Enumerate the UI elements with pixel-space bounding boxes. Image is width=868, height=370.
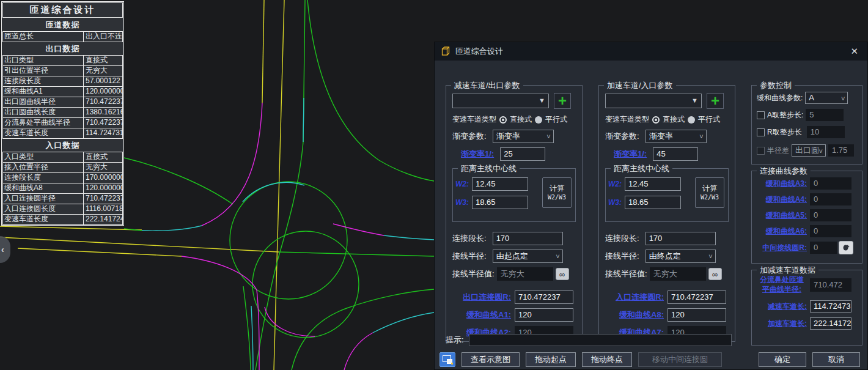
infinity-button[interactable]: ∞ (708, 268, 722, 280)
radio-direct-label[interactable]: 直接式 (510, 114, 532, 125)
cancel-button[interactable]: 取消 (812, 352, 860, 367)
table-row: 变速车道长度114.724731 (3, 128, 122, 138)
pick-on-screen-button[interactable] (839, 241, 853, 254)
a-step-input: 5 (806, 109, 844, 121)
gradient-param-select[interactable]: 渐变率 ˅ (645, 130, 707, 143)
chevron-down-icon: ˅ (708, 250, 712, 262)
section-header-exit: 出口数据 (2, 42, 123, 55)
gradient-rate-input[interactable]: 25 (500, 147, 545, 161)
radio-parallel[interactable] (535, 116, 542, 124)
w3-input[interactable]: 18.65 (472, 196, 528, 209)
w3-input[interactable]: 18.65 (625, 196, 681, 209)
drag-start-button[interactable]: 拖动起点 (526, 352, 576, 367)
calc-w2w3-button[interactable]: 计算 W2/W3 (542, 177, 572, 208)
ramp-section-box: 匝道总长 出入口不连续 (2, 31, 123, 42)
radio-parallel[interactable] (688, 116, 695, 124)
drag-end-button[interactable]: 拖动终点 (582, 352, 632, 367)
entrance-circle-link[interactable]: 入口连接圆R: (605, 292, 664, 303)
gradient-rate-input[interactable]: 45 (653, 147, 698, 161)
decel-length-link[interactable]: 减速车道长: (757, 302, 807, 312)
infinity-button[interactable]: ∞ (556, 268, 569, 280)
radius-value-input: 无穷大 (497, 267, 553, 281)
radius-diff-checkbox[interactable] (757, 147, 765, 155)
lane-type-label: 变速车道类型 (605, 114, 649, 125)
app-cube-icon (441, 46, 451, 56)
spiral-a3-link[interactable]: 缓和曲线A3: (757, 179, 807, 189)
ramp-data-table: 匝道综合设计 匝道数据 匝道总长 出入口不连续 出口数据 出口类型直接式 引出位… (1, 1, 124, 226)
spiral-a5-input: 0 (810, 209, 851, 221)
spiral-a5-link[interactable]: 缓和曲线A5: (757, 210, 807, 221)
close-icon[interactable]: ✕ (847, 46, 861, 57)
w2-input[interactable]: 12.45 (472, 177, 528, 191)
radio-direct[interactable] (499, 116, 507, 124)
table-row: 引出位置半径无穷大 (3, 66, 122, 76)
spiral-param-select[interactable]: A ˅ (805, 92, 848, 104)
radius-mode-select[interactable]: 由终点定 ˅ (645, 250, 716, 263)
spiral-a1-link[interactable]: 缓和曲线A1: (452, 309, 511, 320)
gradient-rate-link[interactable]: 渐变率1/: (461, 149, 494, 160)
ok-button[interactable]: 确定 (759, 352, 806, 367)
spiral-a8-link[interactable]: 缓和曲线A8: (605, 309, 664, 320)
spiral-a6-link[interactable]: 缓和曲线A6: (757, 226, 807, 237)
spiral-a1-input[interactable]: 120 (515, 308, 573, 322)
connect-len-input[interactable]: 170 (645, 232, 716, 245)
lane-data-title: 加减速车道数据 (757, 265, 818, 276)
radius-mode-label: 接线半径: (605, 251, 639, 262)
plus-icon: + (711, 94, 719, 108)
radius-diff-label: 半径差 (767, 146, 789, 156)
radio-parallel-label[interactable]: 平行式 (698, 114, 720, 125)
radius-value-label: 接线半径值: (605, 268, 647, 279)
w3-label: W3: (608, 198, 622, 207)
spiral-a4-link[interactable]: 缓和曲线A4: (757, 194, 807, 205)
spiral-a8-input[interactable]: 120 (668, 308, 726, 322)
hint-row: 提示: (446, 334, 732, 346)
w2-input[interactable]: 12.45 (625, 177, 681, 191)
table-row: 连接段长度170.000000 (3, 173, 122, 183)
radio-direct[interactable] (652, 116, 660, 124)
dropdown-arrow-icon: ▼ (691, 97, 698, 104)
decel-length-input[interactable]: 114.724731 (810, 300, 851, 313)
dialog-titlebar[interactable]: 匝道综合设计 ✕ (435, 42, 867, 61)
accel-entrance-panel: 加速车道/入口参数 ▼ + 变速车道类型 直接式 平行式 (598, 85, 735, 342)
exit-circle-input[interactable]: 710.472237 (515, 290, 573, 304)
spiral-a4-input: 0 (810, 193, 851, 205)
gradient-rate-link[interactable]: 渐变率1/: (614, 149, 647, 160)
accel-length-link[interactable]: 加速车道长: (757, 319, 807, 329)
a-step-label: A取整步长: (767, 110, 803, 120)
radio-direct-label[interactable]: 直接式 (663, 114, 685, 125)
connect-len-input[interactable]: 170 (493, 232, 563, 245)
table-row: 出口圆曲线半径710.472237 (3, 97, 122, 108)
distance-group: 距离主线中心线 W2: 12.45 W3: 18.65 (452, 168, 576, 222)
pick-on-screen-icon (842, 244, 850, 251)
radius-diff-select[interactable]: 出口圆 ˅ (792, 144, 826, 157)
calc-w2w3-button[interactable]: 计算 W2/W3 (695, 177, 724, 208)
hint-input (469, 334, 732, 346)
section-header-entrance: 入口数据 (2, 139, 123, 152)
hint-label: 提示: (446, 335, 464, 346)
r-step-checkbox[interactable] (757, 128, 765, 136)
radio-parallel-label[interactable]: 平行式 (545, 114, 567, 125)
table-row: 接入位置半径无穷大 (3, 163, 122, 173)
table-row: 出口类型直接式 (3, 56, 122, 66)
add-preset-button[interactable]: + (707, 93, 724, 109)
accel-preset-combobox[interactable]: ▼ (605, 94, 702, 108)
nose-radius-link[interactable]: 分流鼻处匝道平曲线半径: (757, 275, 807, 294)
accel-length-input[interactable]: 222.141724 (810, 317, 851, 330)
gradient-param-select[interactable]: 渐变率 ˅ (493, 130, 554, 143)
connect-curves-title: 连接曲线参数 (757, 166, 811, 177)
table-row: 入口连接圆半径710.472237 (3, 194, 122, 204)
chevron-down-icon: ˅ (546, 130, 550, 142)
lane-type-label: 变速车道类型 (452, 114, 496, 125)
view-sketch-button[interactable]: 查看示意图 (462, 352, 520, 367)
exit-circle-link[interactable]: 出口连接圆R: (452, 292, 511, 303)
decel-preset-combobox[interactable]: ▼ (452, 94, 549, 108)
distance-group-title: 距离主线中心线 (458, 163, 520, 174)
table-row: 出口圆曲线长度1380.162168 (3, 108, 122, 118)
middle-circle-link[interactable]: 中间接线圆R: (757, 243, 807, 253)
radius-mode-select[interactable]: 由起点定 ˅ (493, 250, 563, 263)
a-step-checkbox[interactable] (757, 111, 765, 119)
entrance-circle-input[interactable]: 710.472237 (668, 290, 726, 304)
toggle-preview-button[interactable] (440, 352, 455, 367)
exit-section-box: 出口类型直接式 引出位置半径无穷大 连接段长度57.000122 缓和曲线A11… (2, 55, 123, 139)
add-preset-button[interactable]: + (554, 93, 571, 109)
